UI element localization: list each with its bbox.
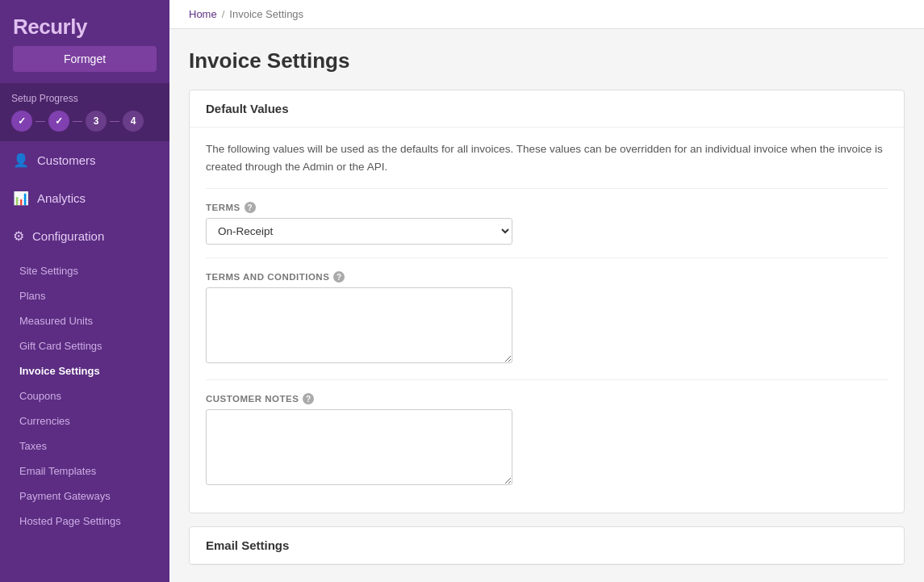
terms-label: TERMS ? [206, 202, 888, 213]
sidebar-item-measured-units[interactable]: Measured Units [0, 308, 169, 333]
sidebar-item-coupons[interactable]: Coupons [0, 383, 169, 408]
configuration-icon: ⚙ [13, 228, 24, 244]
terms-conditions-label: TERMS AND CONDITIONS ? [206, 271, 888, 283]
terms-conditions-textarea[interactable] [206, 287, 512, 363]
sidebar-item-configuration[interactable]: ⚙ Configuration [0, 217, 169, 255]
analytics-label: Analytics [37, 191, 86, 205]
default-values-body: The following values will be used as the… [190, 128, 904, 513]
step-2 [48, 111, 69, 132]
customer-notes-label: CUSTOMER NOTES ? [206, 393, 888, 404]
breadcrumb: Home / Invoice Settings [169, 0, 924, 29]
sidebar-item-hosted-page-settings[interactable]: Hosted Page Settings [0, 509, 169, 534]
setup-progress-label: Setup Progress [11, 93, 158, 104]
customers-icon: 👤 [13, 153, 29, 168]
terms-help-icon[interactable]: ? [245, 202, 256, 213]
terms-field-group: TERMS ? On-Receipt Net 15 Net 30 Net 45 … [206, 202, 888, 245]
step-dash-3: — [110, 115, 119, 127]
step-3 [86, 111, 107, 132]
sub-nav: Site Settings Plans Measured Units Gift … [0, 258, 169, 534]
sidebar-item-email-templates[interactable]: Email Templates [0, 458, 169, 484]
default-values-card: Default Values The following values will… [189, 90, 905, 513]
progress-steps: — — — [11, 111, 158, 132]
default-values-header: Default Values [190, 90, 904, 128]
step-dash-2: — [73, 115, 82, 127]
sidebar-item-invoice-settings[interactable]: Invoice Settings [0, 358, 169, 383]
configuration-label: Configuration [32, 229, 104, 243]
breadcrumb-separator: / [222, 8, 225, 20]
email-settings-card: Email Settings [189, 526, 905, 565]
customer-notes-help-icon[interactable]: ? [303, 393, 314, 404]
breadcrumb-home[interactable]: Home [189, 8, 217, 20]
terms-conditions-help-icon[interactable]: ? [333, 271, 345, 283]
logo: Recurly [13, 15, 157, 40]
logo-area: Recurly Formget [0, 0, 169, 83]
sidebar-item-taxes[interactable]: Taxes [0, 433, 169, 458]
default-values-description: The following values will be used as the… [206, 140, 888, 175]
logo-text: Recurly [13, 15, 87, 39]
terms-select[interactable]: On-Receipt Net 15 Net 30 Net 45 Net 60 N… [206, 218, 512, 245]
content-area: Invoice Settings Default Values The foll… [169, 29, 924, 582]
step-4 [123, 111, 144, 132]
sidebar-item-payment-gateways[interactable]: Payment Gateways [0, 484, 169, 509]
sidebar-item-gift-card-settings[interactable]: Gift Card Settings [0, 333, 169, 358]
formget-button[interactable]: Formget [13, 46, 157, 72]
sidebar-item-currencies[interactable]: Currencies [0, 408, 169, 433]
step-dash-1: — [36, 115, 45, 127]
customer-notes-textarea[interactable] [206, 409, 512, 485]
analytics-icon: 📊 [13, 191, 29, 206]
setup-progress: Setup Progress — — — [0, 83, 169, 141]
nav-section: 👤 Customers 📊 Analytics ⚙ Configuration … [0, 141, 169, 582]
sidebar: Recurly Formget Setup Progress — — — 👤 C… [0, 0, 169, 582]
main-content: Home / Invoice Settings Invoice Settings… [169, 0, 924, 582]
page-title: Invoice Settings [189, 48, 905, 73]
sidebar-item-site-settings[interactable]: Site Settings [0, 258, 169, 283]
breadcrumb-current: Invoice Settings [229, 8, 303, 20]
sidebar-item-plans[interactable]: Plans [0, 283, 169, 308]
step-1 [11, 111, 32, 132]
customers-label: Customers [37, 153, 96, 167]
customer-notes-field-group: CUSTOMER NOTES ? [206, 393, 888, 488]
sidebar-item-analytics[interactable]: 📊 Analytics [0, 179, 169, 217]
terms-conditions-field-group: TERMS AND CONDITIONS ? [206, 271, 888, 366]
sidebar-item-customers[interactable]: 👤 Customers [0, 141, 169, 179]
email-settings-header: Email Settings [190, 527, 904, 564]
